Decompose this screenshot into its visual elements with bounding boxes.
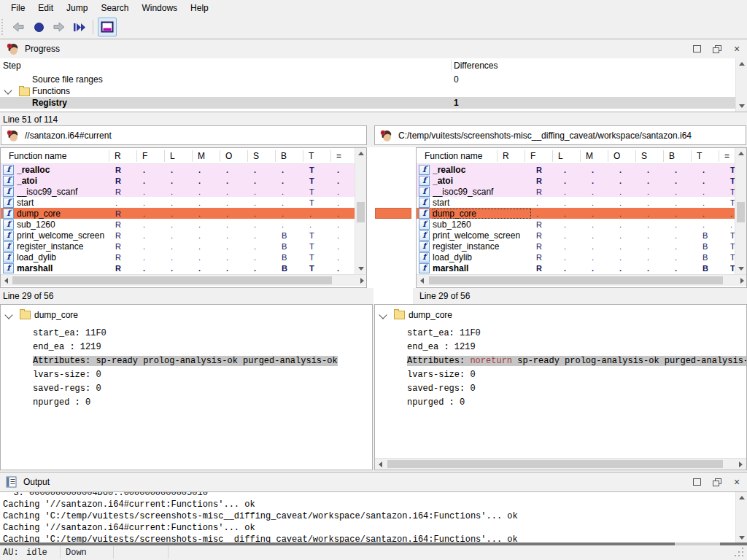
- column-header-M[interactable]: M: [580, 150, 608, 162]
- scroll-right-button[interactable]: [357, 275, 367, 286]
- column-header-O[interactable]: O: [220, 150, 247, 162]
- scroll-up-button[interactable]: [736, 492, 747, 503]
- scroll-up-button[interactable]: [735, 148, 746, 159]
- scroll-right-button[interactable]: [737, 275, 747, 286]
- function-row[interactable]: fstart.......T.: [417, 197, 746, 208]
- function-row[interactable]: fregister_instanceR.....BT.: [1, 241, 366, 252]
- progress-vertical-scrollbar[interactable]: [735, 58, 747, 112]
- left-file-header[interactable]: //santazon.i64#current: [1, 125, 367, 145]
- back-arrow-button[interactable]: [9, 18, 27, 36]
- output-console[interactable]: 3: 0000000000004D60..0000000000005010Cac…: [0, 491, 747, 543]
- forward-arrow-button[interactable]: [50, 18, 68, 36]
- left-horizontal-scrollbar[interactable]: [1, 274, 367, 286]
- function-row[interactable]: fmarshallR.....BT.: [1, 262, 366, 273]
- column-header-function-name[interactable]: Function name: [1, 151, 109, 161]
- column-header-B[interactable]: B: [275, 150, 303, 162]
- maximize-icon[interactable]: [693, 478, 701, 486]
- menu-windows[interactable]: Windows: [135, 0, 184, 16]
- scroll-right-button[interactable]: [735, 459, 746, 470]
- function-row[interactable]: f__isoc99_scanfR......T.: [1, 186, 366, 197]
- progress-row[interactable]: Registry1: [0, 97, 735, 109]
- chevron-down-icon[interactable]: [4, 311, 12, 319]
- scrollbar-thumb[interactable]: [12, 276, 332, 284]
- close-icon[interactable]: ×: [732, 478, 741, 486]
- function-row[interactable]: fsub_1260R........: [1, 219, 366, 230]
- column-header-L[interactable]: L: [552, 150, 580, 162]
- menu-help[interactable]: Help: [184, 0, 215, 16]
- function-row[interactable]: f_reallocR......T.: [417, 164, 746, 175]
- function-row[interactable]: f_reallocR......T.: [1, 164, 366, 175]
- function-row[interactable]: fprint_welcome_screenR.....BT.: [1, 230, 366, 241]
- right-detail-horizontal-scrollbar[interactable]: [375, 458, 746, 470]
- chevron-down-icon[interactable]: [379, 311, 387, 319]
- progress-row[interactable]: Functions: [0, 85, 735, 97]
- left-vertical-scrollbar[interactable]: [355, 148, 366, 274]
- column-header-function-name[interactable]: Function name: [417, 151, 497, 161]
- menu-search[interactable]: Search: [94, 0, 135, 16]
- function-row[interactable]: fprint_welcome_screenR.....BT.: [417, 230, 746, 241]
- scroll-left-button[interactable]: [1, 275, 12, 286]
- column-header-T[interactable]: T: [303, 150, 330, 162]
- menu-file[interactable]: File: [4, 0, 31, 16]
- function-row[interactable]: fload_dylibR.....BT.: [1, 252, 366, 262]
- function-row[interactable]: f__isoc99_scanfR......T.: [417, 186, 746, 197]
- column-header-T[interactable]: T: [691, 150, 719, 162]
- right-file-header[interactable]: C:/temp/vuitests/screenshots-misc__diffi…: [374, 125, 746, 145]
- scrollbar-thumb[interactable]: [357, 202, 365, 222]
- output-vertical-scrollbar[interactable]: [735, 492, 747, 543]
- function-row[interactable]: f_atoiR......T.: [1, 175, 366, 186]
- toolbar-drag-handle[interactable]: [1, 19, 5, 35]
- restore-icon[interactable]: [713, 45, 721, 52]
- function-row[interactable]: fdump_coreR........: [1, 208, 366, 219]
- scroll-down-button[interactable]: [736, 101, 747, 112]
- resize-grip[interactable]: [735, 548, 745, 558]
- function-row[interactable]: fsub_1260R........: [417, 219, 746, 230]
- graph-view-toggle-button[interactable]: [98, 18, 117, 36]
- column-header-F[interactable]: F: [525, 150, 552, 162]
- stop-button[interactable]: [30, 18, 47, 36]
- function-row[interactable]: fstart.......T.: [1, 197, 366, 208]
- column-header-differences[interactable]: Differences: [454, 61, 498, 71]
- right-detail-tree-row[interactable]: dump_core: [375, 308, 746, 324]
- scrollbar-thumb[interactable]: [737, 202, 745, 222]
- scroll-down-button[interactable]: [355, 263, 366, 274]
- column-header-L[interactable]: L: [164, 150, 192, 162]
- progress-panel-titlebar[interactable]: Progress ×: [0, 39, 747, 59]
- column-header-M[interactable]: M: [192, 150, 220, 162]
- column-header-S[interactable]: S: [635, 150, 663, 162]
- function-row[interactable]: fmarshallR.....BT.: [417, 262, 746, 273]
- scroll-left-button[interactable]: [375, 459, 386, 470]
- scrollbar-thumb[interactable]: [387, 460, 723, 468]
- column-header-O[interactable]: O: [608, 150, 635, 162]
- column-header-R[interactable]: R: [497, 150, 525, 162]
- scrollbar-thumb[interactable]: [429, 276, 723, 284]
- function-row[interactable]: f_atoiR......T.: [417, 175, 746, 186]
- diff-sync-marker[interactable]: [375, 208, 411, 219]
- scroll-down-button[interactable]: [735, 263, 746, 274]
- right-horizontal-scrollbar[interactable]: [417, 274, 747, 286]
- progress-row[interactable]: Source file ranges0: [0, 74, 735, 85]
- column-header-step[interactable]: Step: [3, 61, 21, 71]
- scroll-left-button[interactable]: [417, 275, 427, 286]
- menu-edit[interactable]: Edit: [31, 0, 60, 16]
- right-vertical-scrollbar[interactable]: [735, 148, 746, 274]
- output-panel-titlebar[interactable]: Output ×: [0, 472, 747, 492]
- column-header-R[interactable]: R: [109, 150, 136, 162]
- scroll-up-button[interactable]: [355, 148, 366, 159]
- function-row[interactable]: fdump_core.........: [417, 208, 746, 219]
- column-separator[interactable]: [451, 60, 452, 71]
- function-row[interactable]: fload_dylibR.....BT.: [417, 252, 746, 262]
- scroll-up-button[interactable]: [736, 58, 747, 69]
- column-header-F[interactable]: F: [136, 150, 164, 162]
- scroll-down-button[interactable]: [736, 532, 747, 543]
- column-header-B[interactable]: B: [663, 150, 691, 162]
- maximize-icon[interactable]: [693, 45, 701, 52]
- left-detail-tree-row[interactable]: dump_core: [1, 308, 372, 324]
- close-icon[interactable]: ×: [732, 44, 741, 53]
- function-row[interactable]: fregister_instanceR.....BT.: [417, 241, 746, 252]
- column-header-S[interactable]: S: [247, 150, 275, 162]
- continue-button[interactable]: [71, 18, 88, 36]
- menu-jump[interactable]: Jump: [60, 0, 94, 16]
- restore-icon[interactable]: [713, 478, 721, 486]
- chevron-down-icon[interactable]: [4, 86, 12, 94]
